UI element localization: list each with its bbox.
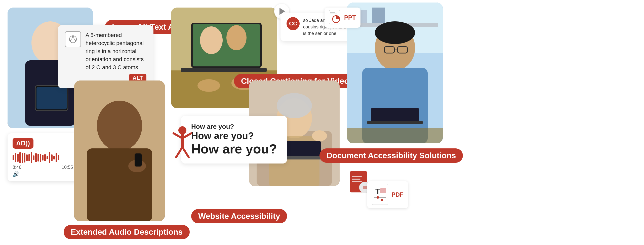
ppt-icon: PPT bbox=[325, 8, 360, 28]
svg-rect-14 bbox=[87, 148, 152, 221]
svg-line-38 bbox=[176, 147, 182, 157]
waveform-bar bbox=[31, 152, 32, 163]
svg-rect-53 bbox=[371, 108, 419, 121]
ppt-label: PPT bbox=[344, 14, 356, 21]
accessibility-figure bbox=[171, 126, 194, 162]
audio-times: 8:46 10:55 bbox=[13, 165, 73, 170]
waveform-bar bbox=[51, 154, 53, 161]
waveform-bar bbox=[49, 152, 50, 163]
svg-point-69 bbox=[381, 199, 383, 201]
waveform-bar bbox=[53, 156, 55, 159]
cc-badge: CC bbox=[287, 17, 300, 30]
svg-point-67 bbox=[377, 196, 379, 199]
waveform-bar bbox=[47, 156, 48, 159]
svg-rect-16 bbox=[135, 153, 142, 167]
label-extended-audio: Extended Audio Descriptions bbox=[64, 225, 190, 239]
waveform-bar bbox=[13, 155, 14, 160]
svg-rect-55 bbox=[330, 12, 335, 13]
svg-point-22 bbox=[226, 25, 247, 50]
svg-rect-60 bbox=[352, 179, 360, 180]
waveform-bar bbox=[35, 153, 37, 162]
pdf-icon: T PDF bbox=[367, 181, 408, 208]
alt-text-card: A 5-membered heterocyclic pentagonal rin… bbox=[58, 25, 153, 88]
svg-rect-70 bbox=[380, 188, 386, 193]
text-size-small: How are you? bbox=[191, 123, 277, 131]
audio-waveform bbox=[13, 152, 73, 163]
waveform-bar bbox=[19, 152, 21, 163]
svg-rect-44 bbox=[372, 8, 385, 23]
alt-icon bbox=[65, 31, 81, 47]
text-size-medium: How are you? bbox=[191, 131, 277, 141]
svg-line-10 bbox=[71, 37, 73, 40]
photo-person-listening bbox=[74, 80, 165, 221]
pdf-label: PDF bbox=[391, 191, 404, 198]
ad-badge: AD)) bbox=[13, 138, 33, 149]
label-website-accessibility: Website Accessibility bbox=[191, 209, 287, 223]
audio-start-time: 8:46 bbox=[13, 165, 21, 170]
svg-rect-61 bbox=[352, 181, 362, 182]
photo-person-desk bbox=[347, 3, 443, 143]
svg-rect-56 bbox=[330, 14, 337, 14]
waveform-bar bbox=[58, 155, 59, 160]
svg-rect-63 bbox=[363, 186, 367, 189]
waveform-bar bbox=[22, 153, 23, 163]
svg-line-39 bbox=[182, 147, 189, 157]
svg-point-25 bbox=[197, 79, 220, 92]
svg-rect-59 bbox=[352, 176, 362, 177]
audio-description-card: AD)) 8:46 10:55 🔊 bbox=[8, 133, 78, 181]
label-document-accessibility: Document Accessibility Solutions bbox=[319, 148, 463, 163]
text-size-large: How are you? bbox=[191, 141, 277, 156]
svg-point-21 bbox=[200, 26, 223, 54]
svg-point-29 bbox=[277, 93, 312, 118]
svg-point-13 bbox=[97, 101, 142, 151]
waveform-bar bbox=[28, 154, 30, 161]
waveform-bar bbox=[40, 154, 41, 162]
audio-end-time: 10:55 bbox=[62, 165, 73, 170]
svg-point-33 bbox=[312, 130, 327, 141]
svg-point-7 bbox=[75, 40, 76, 42]
alt-text-body: A 5-membered heterocyclic pentagonal rin… bbox=[86, 31, 146, 71]
text-size-card: How are you? How are you? How are you? bbox=[181, 116, 287, 164]
waveform-bar bbox=[37, 154, 39, 161]
svg-text:T: T bbox=[375, 187, 380, 196]
speaker-icon: 🔊 bbox=[13, 171, 73, 178]
svg-point-46 bbox=[375, 21, 415, 44]
svg-rect-4 bbox=[36, 87, 67, 109]
waveform-bar bbox=[15, 153, 16, 162]
svg-point-6 bbox=[72, 35, 74, 37]
waveform-bar bbox=[44, 154, 46, 161]
svg-rect-51 bbox=[347, 128, 443, 143]
svg-point-8 bbox=[70, 40, 71, 42]
waveform-bar bbox=[26, 154, 28, 161]
waveform-bar bbox=[33, 155, 34, 160]
waveform-bar bbox=[17, 154, 19, 162]
svg-line-9 bbox=[73, 37, 75, 40]
waveform-bar bbox=[42, 155, 44, 160]
svg-rect-23 bbox=[181, 68, 267, 72]
waveform-bar bbox=[24, 153, 25, 162]
svg-rect-52 bbox=[367, 121, 423, 124]
waveform-bar bbox=[56, 153, 57, 162]
